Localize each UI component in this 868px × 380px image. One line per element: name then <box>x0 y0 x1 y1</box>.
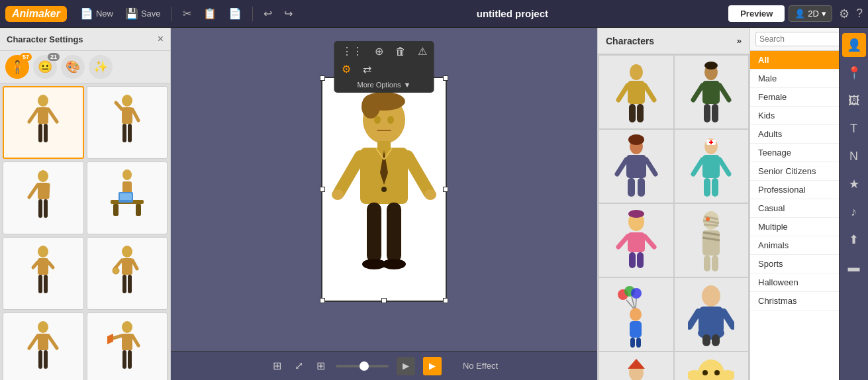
tab-face[interactable]: 😐 21 <box>33 55 57 79</box>
pose-cell-8[interactable] <box>87 312 168 380</box>
tab-color[interactable]: 🎨 <box>61 55 85 79</box>
filter-item-professional[interactable]: Professional <box>750 181 839 199</box>
filter-item-female[interactable]: Female <box>750 88 839 107</box>
search-box: 🔍 <box>750 28 839 51</box>
tab-effects[interactable]: ✨ <box>89 55 113 79</box>
sidebar-icon-background[interactable]: ▬ <box>842 256 866 279</box>
play-next-button[interactable]: ▶ <box>423 357 442 375</box>
sidebar-icon-upload[interactable]: ⬆ <box>842 228 866 252</box>
filter-item-multiple[interactable]: Multiple <box>750 218 839 236</box>
grid-button[interactable]: ⊞ <box>314 357 328 375</box>
svg-line-2 <box>29 109 38 122</box>
zoom-slider[interactable] <box>336 365 389 367</box>
svg-line-41 <box>48 336 57 348</box>
sidebar-icon-handwriting[interactable]: N <box>842 144 866 168</box>
filter-item-animals[interactable]: Animals <box>750 236 839 255</box>
filter-item-teenage[interactable]: Teenage <box>750 144 839 162</box>
char-cell-10[interactable] <box>675 352 749 380</box>
tab-pose[interactable]: 🧍 57 <box>5 55 29 79</box>
logo[interactable]: Animaker <box>5 6 67 22</box>
svg-rect-92 <box>702 155 720 178</box>
sidebar-icon-character[interactable]: 👤 <box>842 33 866 57</box>
panel-header: Character Settings × <box>0 28 170 51</box>
char-cell-6[interactable] <box>675 204 749 277</box>
play-button[interactable]: ▶ <box>397 357 415 375</box>
filter-item-christmas[interactable]: Christmas <box>750 292 839 310</box>
fit-to-screen-button[interactable]: ⊞ <box>270 357 284 375</box>
handle-tr[interactable] <box>443 75 448 81</box>
undo-button[interactable]: ↩ <box>260 5 276 22</box>
new-button[interactable]: 📄 New <box>76 5 117 22</box>
view-mode-selector[interactable]: 👤 2D ▾ <box>789 5 832 22</box>
handle-mr[interactable] <box>443 187 448 192</box>
canvas[interactable] <box>321 77 447 302</box>
redo-button[interactable]: ↪ <box>280 5 297 22</box>
filter-item-all[interactable]: All <box>750 51 839 70</box>
handle-tl[interactable] <box>320 75 325 81</box>
copy-button[interactable]: 📋 <box>199 5 220 22</box>
handle-ml[interactable] <box>320 187 325 192</box>
svg-line-15 <box>48 185 48 197</box>
ctx-swap-icon[interactable]: ⇄ <box>360 62 375 77</box>
pose-cell-4[interactable] <box>87 162 168 234</box>
preview-button[interactable]: Preview <box>728 5 785 22</box>
pose-cell-7[interactable] <box>3 312 84 380</box>
char-cell-8[interactable] <box>675 278 749 351</box>
handle-br[interactable] <box>443 298 448 303</box>
svg-point-55 <box>387 116 394 124</box>
svg-rect-72 <box>628 81 645 104</box>
more-options-button[interactable]: More Options ▼ <box>338 79 430 90</box>
ctx-settings-icon[interactable]: ⚙ <box>338 62 354 77</box>
char-cell-1[interactable] <box>599 56 673 128</box>
pose-cell-3[interactable] <box>3 162 84 234</box>
pose-cell-6[interactable] <box>87 237 168 310</box>
filter-item-male[interactable]: Male <box>750 70 839 88</box>
handle-bm[interactable] <box>381 298 387 303</box>
sidebar-icon-text[interactable]: T <box>842 117 866 140</box>
filter-item-kids[interactable]: Kids <box>750 107 839 125</box>
char-cell-7[interactable] <box>599 278 673 351</box>
char-cell-3[interactable] <box>599 130 673 203</box>
ctx-delete-icon[interactable]: 🗑 <box>392 44 409 59</box>
sidebar-icon-image[interactable]: 🖼 <box>842 89 866 113</box>
filter-item-senior[interactable]: Senior Citizens <box>750 162 839 181</box>
slider-track[interactable] <box>336 365 389 367</box>
pose-cell-2[interactable] <box>87 86 168 159</box>
svg-line-8 <box>116 103 122 109</box>
slider-thumb[interactable] <box>360 361 369 371</box>
filter-item-halloween[interactable]: Halloween <box>750 273 839 292</box>
char-cell-9[interactable] <box>599 352 673 380</box>
sidebar-icon-music[interactable]: ♪ <box>842 200 866 224</box>
pose-cell-5[interactable] <box>3 237 84 310</box>
sidebar-icon-effects[interactable]: ★ <box>842 172 866 196</box>
filter-item-sports[interactable]: Sports <box>750 255 839 273</box>
svg-line-27 <box>33 262 38 267</box>
ctx-drag-icon[interactable]: ⋮⋮ <box>338 44 366 59</box>
filter-list: AllMaleFemaleKidsAdultsTeenageSenior Cit… <box>750 51 839 310</box>
ctx-warning-icon[interactable]: ⚠ <box>414 44 430 59</box>
panel-close-button[interactable]: × <box>158 33 164 45</box>
paste-button[interactable]: 📄 <box>224 5 246 22</box>
fullscreen-button[interactable]: ⤢ <box>292 357 306 375</box>
char-cell-5[interactable] <box>599 204 673 277</box>
ctx-target-icon[interactable]: ⊕ <box>371 44 387 59</box>
top-toolbar: Animaker 📄 New 💾 Save ✂ 📋 📄 ↩ ↪ untitled… <box>0 0 868 28</box>
save-button[interactable]: 💾 Save <box>121 5 165 22</box>
svg-line-62 <box>339 156 360 193</box>
char-cell-4[interactable] <box>675 130 749 203</box>
filter-item-casual[interactable]: Casual <box>750 199 839 218</box>
char-cell-2[interactable] <box>675 56 749 128</box>
help-icon[interactable]: ? <box>856 7 863 21</box>
chars-expand-icon[interactable]: » <box>737 36 742 46</box>
pose-cell-1[interactable] <box>3 86 84 159</box>
svg-point-38 <box>38 321 48 333</box>
sidebar-icon-location[interactable]: 📍 <box>842 61 866 85</box>
cut-button[interactable]: ✂ <box>179 5 195 22</box>
handle-bl[interactable] <box>320 298 325 303</box>
svg-rect-49 <box>122 350 126 369</box>
filter-item-adults[interactable]: Adults <box>750 125 839 144</box>
settings-icon[interactable]: ⚙ <box>839 7 849 21</box>
pose-figure-6 <box>104 244 150 303</box>
toolbar-sep-2 <box>252 7 253 21</box>
canvas-wrapper[interactable]: ⋮⋮ ⊕ 🗑 ⚠ ⚙ ⇄ More Options ▼ <box>171 28 597 351</box>
